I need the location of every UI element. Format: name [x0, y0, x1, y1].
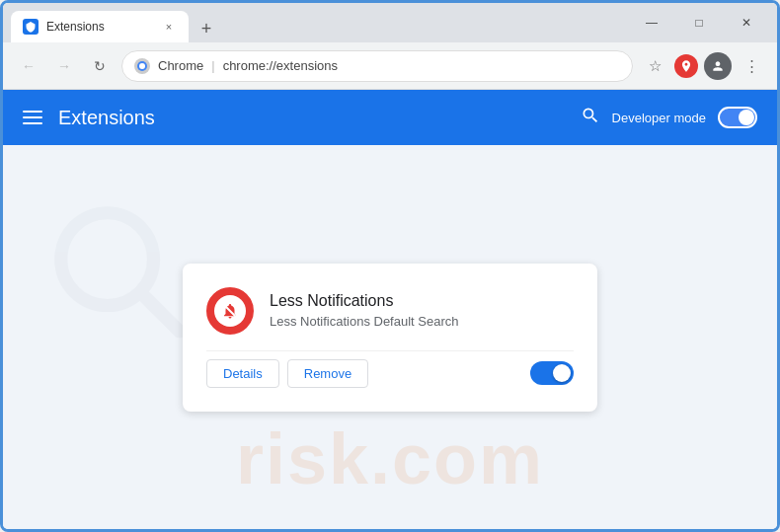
- svg-line-3: [142, 294, 180, 332]
- forward-button[interactable]: →: [50, 52, 78, 80]
- extension-description: Less Notifications Default Search: [270, 314, 458, 329]
- close-button[interactable]: ✕: [724, 3, 769, 42]
- browser-window: Extensions × + — □ ✕ ← → ↻ Chrome | chro…: [0, 0, 780, 532]
- address-bar-right: ☆ ⋮: [641, 52, 765, 80]
- developer-mode-label: Developer mode: [612, 111, 706, 125]
- extension-name: Less Notifications: [270, 292, 458, 310]
- extension-icon: [206, 287, 254, 335]
- extension-card: Less Notifications Less Notifications De…: [183, 264, 597, 412]
- maximize-button[interactable]: □: [676, 3, 722, 42]
- tab-close-btn[interactable]: ×: [161, 19, 177, 35]
- extension-toggle[interactable]: [530, 361, 574, 385]
- addon-icon[interactable]: [674, 54, 698, 78]
- search-button[interactable]: [581, 106, 600, 130]
- tab-title: Extensions: [46, 20, 153, 34]
- title-bar: Extensions × + — □ ✕: [3, 3, 777, 42]
- site-name: Chrome: [158, 58, 203, 73]
- svg-point-2: [61, 213, 154, 306]
- back-button[interactable]: ←: [15, 52, 42, 80]
- toggle-thumb: [739, 110, 754, 125]
- bookmark-button[interactable]: ☆: [641, 52, 668, 80]
- details-button[interactable]: Details: [206, 359, 279, 388]
- extensions-header: Extensions Developer mode: [3, 90, 777, 145]
- url-bar[interactable]: Chrome | chrome://extensions: [121, 50, 633, 82]
- site-icon: [134, 58, 150, 74]
- address-bar: ← → ↻ Chrome | chrome://extensions ☆ ⋮: [3, 42, 777, 90]
- developer-mode-toggle[interactable]: [718, 107, 757, 128]
- svg-point-1: [139, 63, 145, 69]
- profile-button[interactable]: [704, 52, 732, 80]
- extension-card-bottom: Details Remove: [206, 350, 574, 388]
- new-tab-button[interactable]: +: [193, 15, 220, 42]
- window-controls: — □ ✕: [629, 3, 769, 42]
- extensions-title: Extensions: [58, 107, 155, 129]
- tab-area: Extensions × +: [11, 3, 625, 42]
- refresh-button[interactable]: ↻: [86, 52, 114, 80]
- tab-favicon: [23, 19, 39, 35]
- watermark-text: risk.com: [236, 418, 544, 499]
- menu-button[interactable]: ⋮: [738, 52, 765, 80]
- minimize-button[interactable]: —: [629, 3, 674, 42]
- url-text: chrome://extensions: [223, 58, 338, 73]
- url-separator: |: [211, 58, 214, 73]
- extension-toggle-thumb: [553, 364, 571, 382]
- active-tab[interactable]: Extensions ×: [11, 11, 189, 42]
- remove-button[interactable]: Remove: [287, 359, 368, 388]
- hamburger-menu[interactable]: [23, 111, 42, 124]
- extension-card-top: Less Notifications Less Notifications De…: [206, 287, 574, 335]
- header-right: Developer mode: [581, 106, 757, 130]
- extension-info: Less Notifications Less Notifications De…: [270, 292, 458, 329]
- extensions-content: risk.com Less Notifications: [3, 145, 777, 529]
